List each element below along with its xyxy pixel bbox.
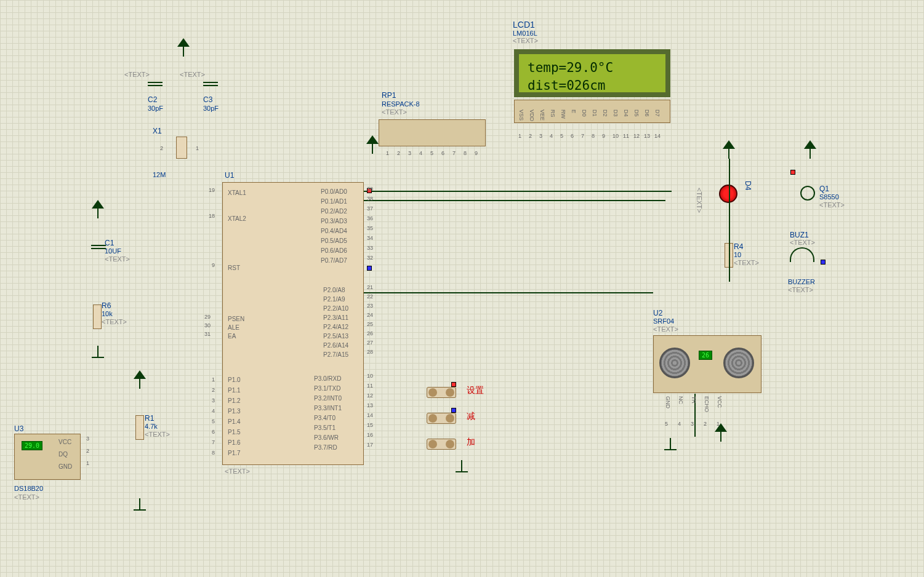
cap-c1[interactable]: [91, 243, 106, 251]
btn-lbl-set: 设置: [467, 385, 484, 396]
button-inc[interactable]: [427, 439, 456, 450]
mcu-p31: 31: [204, 331, 211, 337]
buz1-text: <TEXT>: [790, 239, 815, 246]
pin-label: P2.3/A11: [323, 314, 348, 321]
pin-label: P2.2/A10: [323, 305, 348, 312]
button-set[interactable]: [427, 387, 456, 398]
cap-c2[interactable]: [148, 80, 163, 88]
gnd-btn: [456, 460, 468, 472]
lcd-pin: RW: [560, 109, 566, 119]
c2-val: 30pF: [148, 105, 163, 112]
pin-label: 7: [452, 150, 456, 156]
ds18-gnd: GND: [58, 463, 72, 470]
pin-label: 2: [397, 150, 400, 156]
mcu-p30: 30: [204, 322, 211, 328]
r6-text: <TEXT>: [102, 318, 127, 325]
crystal-x1[interactable]: [176, 137, 187, 159]
pin-label: 21: [367, 284, 373, 290]
c2-ref: C2: [148, 95, 157, 104]
pin-label: 7: [581, 133, 584, 139]
pin-label: 25: [367, 321, 373, 327]
x1-pin2: 2: [160, 145, 163, 151]
resistor-r6[interactable]: [93, 304, 102, 329]
c3-ref: C3: [203, 95, 212, 104]
c1-text: <TEXT>: [105, 255, 130, 263]
pin-label: 5: [560, 133, 563, 139]
lcd-pin: D3: [613, 109, 619, 117]
pin-label: P3.0/RXD: [314, 375, 341, 382]
srf-pin: TR: [691, 396, 697, 404]
dot-buz: [821, 260, 826, 265]
pin-label: 26: [367, 330, 373, 336]
r4-val: 10: [734, 251, 741, 258]
pin-label: P0.4/AD4: [321, 228, 347, 234]
power-r1: [134, 370, 146, 389]
pin-label: P3.7/RD: [314, 444, 337, 451]
q1-part: S8550: [819, 193, 839, 201]
pin-label: P1.5: [228, 429, 241, 436]
mcu-text: <TEXT>: [225, 468, 250, 475]
pin-label: 3: [212, 397, 215, 404]
pin-label: P1.1: [228, 387, 241, 394]
pin-label: 39: [367, 186, 373, 192]
pin-label: 3: [408, 150, 411, 156]
pin-label: P0.5/AD5: [321, 237, 347, 244]
pin-label: P3.4/T0: [314, 415, 335, 421]
pin-label: 11: [367, 383, 373, 389]
pin-label: 2: [212, 387, 215, 393]
pin-label: PSEN: [228, 316, 244, 322]
ds18-text: <TEXT>: [14, 493, 39, 501]
pin-label: 2: [529, 133, 532, 139]
srf04-disp: 26: [699, 351, 712, 360]
button-dec[interactable]: [427, 413, 456, 424]
pin-label: XTAL2: [228, 215, 246, 222]
pin-label: 3: [539, 133, 542, 139]
c1-val: 10UF: [105, 247, 121, 255]
pin-label: 3: [691, 421, 694, 427]
srf04-disc-r: [723, 348, 754, 378]
pin-label: P0.1/AD1: [321, 198, 347, 205]
wire-top-bus: [364, 191, 672, 192]
ds18-n2: 2: [86, 448, 89, 454]
pin-label: XTAL1: [228, 189, 246, 196]
pin-label: 1: [386, 150, 389, 156]
lcd-pin: D4: [623, 109, 629, 117]
rp1-ref: RP1: [382, 91, 396, 100]
pin-label: P3.3/INT1: [314, 405, 342, 412]
pin-label: 23: [367, 303, 373, 309]
transistor-q1[interactable]: [800, 186, 815, 201]
pin-label: 14: [367, 412, 373, 418]
mcu-p19: 19: [209, 187, 215, 193]
pin-label: 24: [367, 312, 373, 318]
pin-label: 9: [602, 133, 605, 139]
pin-label: 4: [678, 421, 681, 427]
dot-b: [367, 266, 372, 271]
buz1-ref: BUZ1: [790, 231, 809, 239]
pin-label: 37: [367, 205, 373, 212]
ds18b20-disp: 29.0: [22, 441, 42, 450]
mcu-ref: U1: [225, 171, 234, 180]
resistor-r1[interactable]: [135, 415, 144, 440]
gnd-srf: [664, 438, 677, 450]
pin-label: P1.6: [228, 439, 241, 446]
buz-text2: <TEXT>: [788, 286, 813, 293]
pin-label: P2.0/A8: [323, 287, 345, 293]
pin-label: 9: [475, 150, 478, 156]
cap-c3[interactable]: [203, 80, 218, 88]
rp1-text: <TEXT>: [382, 108, 407, 116]
respack-body[interactable]: [379, 119, 486, 146]
pin-label: 8: [592, 133, 595, 139]
power-q1: [804, 140, 816, 159]
pin-label: P3.5/T1: [314, 424, 335, 431]
pin-label: P1.7: [228, 450, 241, 456]
lcd-display[interactable]: temp=29.0°C dist=026cm: [514, 49, 670, 97]
ds18-dq: DQ: [58, 451, 68, 458]
ds18-vcc: VCC: [58, 439, 71, 445]
pin-label: P0.3/AD3: [321, 218, 347, 225]
led-d4[interactable]: [719, 185, 737, 203]
q1-text: <TEXT>: [819, 201, 845, 209]
r4-text: <TEXT>: [734, 259, 759, 266]
lcd-text: <TEXT>: [513, 37, 538, 44]
lcd-pin: D0: [581, 109, 587, 117]
power-d4: [723, 140, 735, 159]
